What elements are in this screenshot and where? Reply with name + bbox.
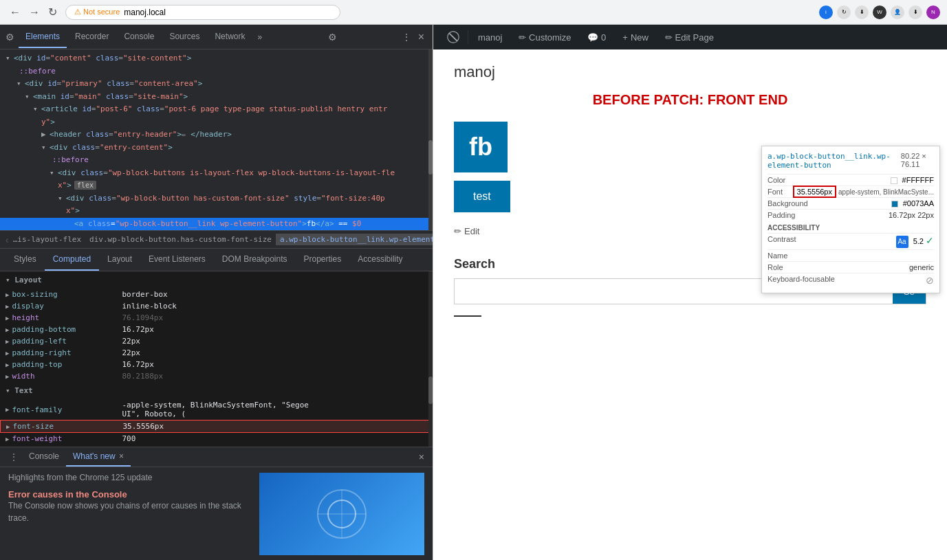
- tab-more[interactable]: »: [253, 27, 266, 47]
- dom-line[interactable]: ▾<div class="wp-block-button has-custom-…: [0, 192, 433, 205]
- prop-val: 22px: [122, 348, 427, 357]
- dom-line[interactable]: ▾<div id="primary" class="content-area">: [0, 78, 433, 91]
- computed-scroll-track[interactable]: [428, 271, 433, 447]
- expand-icon: ▶: [6, 361, 9, 368]
- computed-row-font-family[interactable]: ▶ font-family -apple-system, BlinkMacSys…: [0, 399, 433, 420]
- tab-event-listeners[interactable]: Event Listeners: [140, 249, 214, 271]
- dom-line[interactable]: x">: [0, 205, 433, 218]
- breadcrumb-item-2[interactable]: div.wp-block-button.has-custom-font-size: [85, 234, 276, 245]
- dom-panel[interactable]: ▾<div id="content" class="site-content">…: [0, 49, 433, 230]
- dom-line[interactable]: ▾<div id="content" class="site-content">: [0, 52, 433, 65]
- back-button[interactable]: ←: [7, 4, 23, 20]
- page-inner: manoj BEFORE PATCH: FRONT END fb test ✏ …: [433, 49, 947, 560]
- tooltip-padding-label: Padding: [768, 211, 795, 219]
- computed-row-width[interactable]: ▶ width 80.2188px: [0, 370, 433, 382]
- wp-logo[interactable]: [442, 27, 465, 47]
- text-section-header: ▾ Text: [0, 382, 433, 399]
- admin-comments[interactable]: 💬 0: [580, 28, 613, 47]
- tab-whats-new[interactable]: What's new ×: [66, 447, 131, 467]
- address-bar[interactable]: ⚠ Not secure manoj.local: [65, 5, 340, 20]
- profile-btn-2[interactable]: ↻: [837, 5, 851, 19]
- color-swatch: [891, 177, 897, 184]
- tab-recorder[interactable]: Recorder: [68, 26, 116, 48]
- tab-console-bottom[interactable]: Console: [22, 447, 66, 467]
- dom-line[interactable]: y">: [0, 116, 433, 129]
- forward-button[interactable]: →: [26, 4, 43, 20]
- security-warning: ⚠ Not secure: [74, 8, 120, 16]
- computed-row-box-sizing[interactable]: ▶ box-sizing border-box: [0, 289, 433, 300]
- computed-row-height[interactable]: ▶ height 76.1094px: [0, 312, 433, 324]
- dom-scroll-track[interactable]: [428, 49, 433, 230]
- computed-row-display[interactable]: ▶ display inline-block: [0, 300, 433, 312]
- prop-name: font-size: [12, 422, 122, 431]
- tooltip-contrast-value: Aa 5.2 ✓: [896, 235, 934, 248]
- tab-layout[interactable]: Layout: [99, 249, 140, 271]
- tab-sources[interactable]: Sources: [162, 26, 206, 48]
- browser-chrome: ← → ↻ ⚠ Not secure manoj.local i ↻ ⬇ W 👤…: [0, 0, 947, 25]
- prop-name: font-family: [12, 405, 122, 414]
- profile-btn-1[interactable]: i: [819, 5, 833, 19]
- dom-line[interactable]: ::before: [0, 65, 433, 78]
- computed-row-padding-top[interactable]: ▶ padding-top 16.72px: [0, 359, 433, 370]
- devtools-topbar: ⚙ Elements Recorder Console Sources Netw…: [0, 25, 433, 49]
- tab-elements[interactable]: Elements: [19, 26, 67, 48]
- dom-line[interactable]: x">flex: [0, 179, 433, 192]
- tooltip-font-label: Font: [768, 188, 783, 196]
- tab-network[interactable]: Network: [208, 26, 252, 48]
- profile-btn-3[interactable]: ⬇: [855, 5, 869, 19]
- profile-btn-4[interactable]: W: [873, 5, 886, 19]
- prop-name: padding-left: [12, 337, 122, 346]
- devtools-settings-btn[interactable]: ⚙: [325, 29, 340, 45]
- tab-properties[interactable]: Properties: [296, 249, 350, 271]
- computed-row-padding-bottom[interactable]: ▶ padding-bottom 16.72px: [0, 324, 433, 335]
- tab-console[interactable]: Console: [117, 26, 161, 48]
- admin-customize[interactable]: ✏ Customize: [512, 28, 578, 47]
- computed-scroll-thumb[interactable]: [428, 377, 433, 404]
- admin-new[interactable]: + New: [616, 28, 655, 47]
- tooltip-padding-row: Padding 16.72px 22px: [768, 209, 934, 221]
- computed-row-padding-left[interactable]: ▶ padding-left 22px: [0, 335, 433, 347]
- tab-accessibility[interactable]: Accessibility: [349, 249, 411, 271]
- console-menu-btn[interactable]: ⋮: [6, 449, 22, 464]
- fb-button[interactable]: fb: [454, 122, 508, 172]
- devtools-close-btn[interactable]: ×: [415, 28, 427, 46]
- breadcrumb-item-1[interactable]: …is-layout-flex: [9, 234, 85, 245]
- devtools-more-btn[interactable]: ⋮: [399, 29, 414, 45]
- admin-edit-page[interactable]: ✏ Edit Page: [658, 28, 721, 47]
- dom-line[interactable]: ▾<div class="entry-content">: [0, 142, 433, 155]
- expand-icon: ▶: [6, 291, 9, 298]
- computed-panel[interactable]: ▾ Layout ▶ box-sizing border-box ▶ displ…: [0, 271, 433, 447]
- wp-admin-bar: manoj ✏ Customize 💬 0 + New ✏ Edit Page: [433, 25, 947, 49]
- dom-line[interactable]: ▾<article id="post-6" class="post-6 page…: [0, 103, 433, 116]
- tab-dom-breakpoints[interactable]: DOM Breakpoints: [214, 249, 296, 271]
- profile-btn-7[interactable]: N: [926, 5, 940, 19]
- dom-line-selected[interactable]: <a class="wp-block-button__link wp-eleme…: [0, 218, 433, 231]
- profile-btn-6[interactable]: ⬇: [908, 5, 922, 19]
- font-highlight: 35.5556px: [793, 186, 836, 198]
- tooltip-element-name: a.wp-block-button__link.wp-element-butto…: [768, 152, 901, 170]
- dom-scroll-thumb[interactable]: [428, 140, 433, 175]
- expand-icon: ▶: [6, 373, 9, 380]
- expand-icon: ▶: [6, 326, 9, 333]
- computed-row-font-size[interactable]: ▶ font-size 35.5556px: [0, 420, 433, 433]
- prop-val: 700: [122, 434, 427, 443]
- tab-computed[interactable]: Computed: [45, 249, 99, 271]
- reload-button[interactable]: ↻: [45, 4, 60, 20]
- tooltip-name-label: Name: [768, 251, 787, 260]
- dom-line[interactable]: ▾<div class="wp-block-buttons is-layout-…: [0, 167, 433, 180]
- page-content: manoj BEFORE PATCH: FRONT END fb test ✏ …: [433, 49, 947, 560]
- dom-line[interactable]: ▶<header class="entry-header">✏ </header…: [0, 128, 433, 142]
- prop-name: width: [12, 372, 122, 381]
- console-close-btn[interactable]: ×: [416, 449, 427, 465]
- admin-site-name[interactable]: manoj: [471, 28, 509, 47]
- computed-row-line-height[interactable]: ▶ line-height 42.6667px: [0, 445, 433, 447]
- dom-line[interactable]: ::before: [0, 154, 433, 167]
- test-button[interactable]: test: [454, 181, 510, 212]
- profile-btn-5[interactable]: 👤: [891, 5, 904, 19]
- computed-row-padding-right[interactable]: ▶ padding-right 22px: [0, 347, 433, 359]
- computed-row-font-weight[interactable]: ▶ font-weight 700: [0, 433, 433, 445]
- breadcrumb-item-3[interactable]: a.wp-block-button__link.wp-element-butto…: [276, 234, 433, 245]
- tab-styles[interactable]: Styles: [6, 249, 45, 271]
- devtools-panel: ⚙ Elements Recorder Console Sources Netw…: [0, 25, 433, 560]
- dom-line[interactable]: ▾<main id="main" class="site-main">: [0, 91, 433, 104]
